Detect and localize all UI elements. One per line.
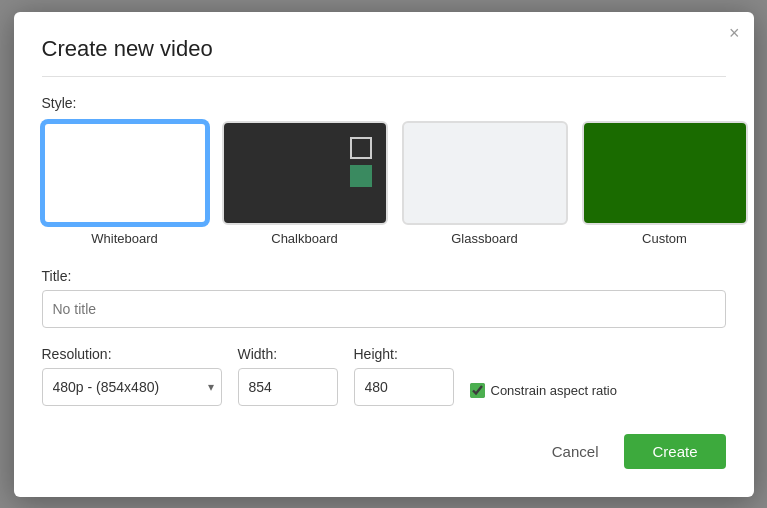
constrain-group: Constrain aspect ratio [470, 383, 617, 406]
constrain-label: Constrain aspect ratio [491, 383, 617, 398]
dialog-title: Create new video [42, 36, 726, 77]
style-card-chalkboard[interactable]: Chalkboard [222, 121, 388, 246]
style-card-glassboard[interactable]: Glassboard [402, 121, 568, 246]
chalkboard-thumb [222, 121, 388, 225]
title-row: Title: [42, 268, 726, 328]
height-label: Height: [354, 346, 454, 362]
resolution-select-wrapper: 480p - (854x480) 720p - (1280x720) 1080p… [42, 368, 222, 406]
title-label: Title: [42, 268, 726, 284]
glassboard-label: Glassboard [451, 231, 517, 246]
chalkboard-icons [350, 137, 372, 187]
resolution-group: Resolution: 480p - (854x480) 720p - (128… [42, 346, 222, 406]
width-label: Width: [238, 346, 338, 362]
create-button[interactable]: Create [624, 434, 725, 469]
resolution-label: Resolution: [42, 346, 222, 362]
custom-thumb [582, 121, 748, 225]
width-group: Width: [238, 346, 338, 406]
chalk-square-2 [350, 165, 372, 187]
title-input[interactable] [42, 290, 726, 328]
cancel-button[interactable]: Cancel [536, 434, 615, 469]
glassboard-thumb [402, 121, 568, 225]
width-input[interactable] [238, 368, 338, 406]
close-button[interactable]: × [729, 24, 740, 42]
whiteboard-label: Whiteboard [91, 231, 157, 246]
dialog-footer: Cancel Create [42, 434, 726, 469]
height-input[interactable] [354, 368, 454, 406]
resolution-row: Resolution: 480p - (854x480) 720p - (128… [42, 346, 726, 406]
chalk-square-1 [350, 137, 372, 159]
style-card-whiteboard[interactable]: Whiteboard [42, 121, 208, 246]
chalkboard-label: Chalkboard [271, 231, 338, 246]
style-options: Whiteboard Chalkboard Glassboard Custom [42, 121, 726, 246]
create-video-dialog: × Create new video Style: Whiteboard Cha… [14, 12, 754, 497]
style-label: Style: [42, 95, 726, 111]
custom-label: Custom [642, 231, 687, 246]
whiteboard-thumb [42, 121, 208, 225]
height-group: Height: [354, 346, 454, 406]
constrain-checkbox[interactable] [470, 383, 485, 398]
style-card-custom[interactable]: Custom [582, 121, 748, 246]
resolution-select[interactable]: 480p - (854x480) 720p - (1280x720) 1080p… [42, 368, 222, 406]
